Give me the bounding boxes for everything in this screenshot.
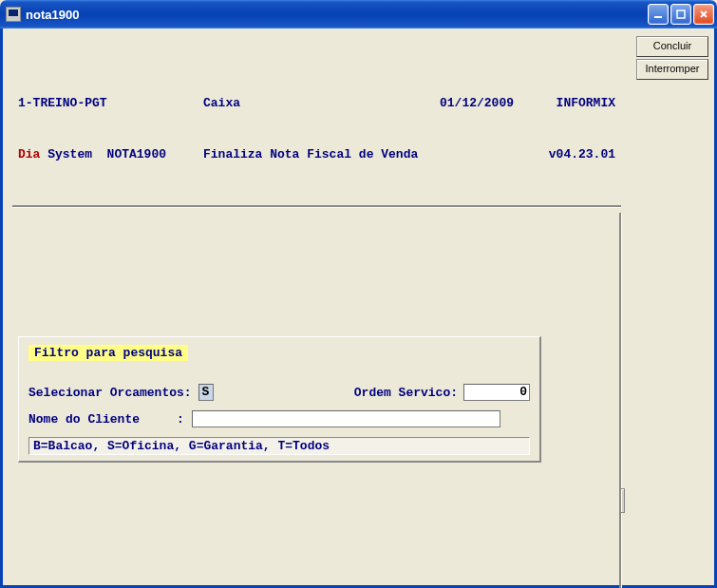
header-version: v04.23.01 bbox=[535, 146, 615, 163]
maximize-button[interactable] bbox=[670, 4, 691, 25]
selecionar-orcamentos-label: Selecionar Orcamentos: bbox=[28, 386, 198, 400]
header-db: INFORMIX bbox=[535, 95, 615, 112]
filter-panel: Filtro para pesquisa Selecionar Orcament… bbox=[18, 336, 541, 463]
concluir-button[interactable]: Concluir bbox=[636, 36, 708, 57]
row-selecionar-ordem: Selecionar Orcamentos: S Ordem Servico: … bbox=[28, 384, 530, 401]
scrollbar-stub[interactable] bbox=[620, 488, 625, 513]
header-system-prog: System NOTA1900 bbox=[40, 147, 166, 161]
sidebar: Concluir Interromper bbox=[631, 28, 714, 585]
svg-line-3 bbox=[701, 11, 707, 17]
header-dia-label: Dia bbox=[18, 147, 40, 161]
svg-rect-0 bbox=[654, 16, 662, 18]
header-description: Finaliza Nota Fiscal de Venda bbox=[203, 146, 440, 163]
window-title: nota1900 bbox=[26, 8, 648, 22]
window-titlebar: nota1900 bbox=[0, 0, 717, 28]
header-module: Caixa bbox=[203, 95, 440, 112]
filter-title: Filtro para pesquisa bbox=[28, 345, 188, 361]
header-date: 01/12/2009 bbox=[440, 95, 535, 112]
header-env: 1-TREINO-PGT bbox=[18, 95, 203, 112]
ordem-servico-input[interactable]: 0 bbox=[463, 384, 530, 401]
close-icon bbox=[699, 9, 708, 19]
nome-cliente-label: Nome do Cliente : bbox=[28, 412, 192, 427]
minimize-icon bbox=[653, 9, 663, 19]
program-header: 1-TREINO-PGT Caixa 01/12/2009 INFORMIX D… bbox=[12, 57, 621, 207]
nome-cliente-input[interactable] bbox=[192, 410, 500, 427]
app-icon bbox=[6, 7, 21, 22]
row-nome-cliente: Nome do Cliente : bbox=[28, 410, 530, 427]
filter-hint: B=Balcao, S=Oficina, G=Garantia, T=Todos bbox=[28, 437, 530, 455]
content-panel: Filtro para pesquisa Selecionar Orcament… bbox=[12, 213, 621, 588]
close-button[interactable] bbox=[693, 4, 714, 25]
main-area: 1-TREINO-PGT Caixa 01/12/2009 INFORMIX D… bbox=[3, 28, 631, 585]
svg-line-2 bbox=[701, 11, 707, 17]
interromper-button[interactable]: Interromper bbox=[636, 59, 708, 80]
ordem-servico-label: Ordem Servico: bbox=[354, 386, 458, 400]
window-body: 1-TREINO-PGT Caixa 01/12/2009 INFORMIX D… bbox=[0, 28, 717, 588]
minimize-button[interactable] bbox=[648, 4, 669, 25]
svg-rect-1 bbox=[677, 10, 685, 18]
header-program: Dia System NOTA1900 bbox=[18, 146, 203, 163]
maximize-icon bbox=[676, 9, 686, 19]
header-spacer bbox=[440, 146, 535, 163]
selecionar-orcamentos-input[interactable]: S bbox=[198, 384, 214, 401]
window-controls bbox=[648, 4, 714, 25]
